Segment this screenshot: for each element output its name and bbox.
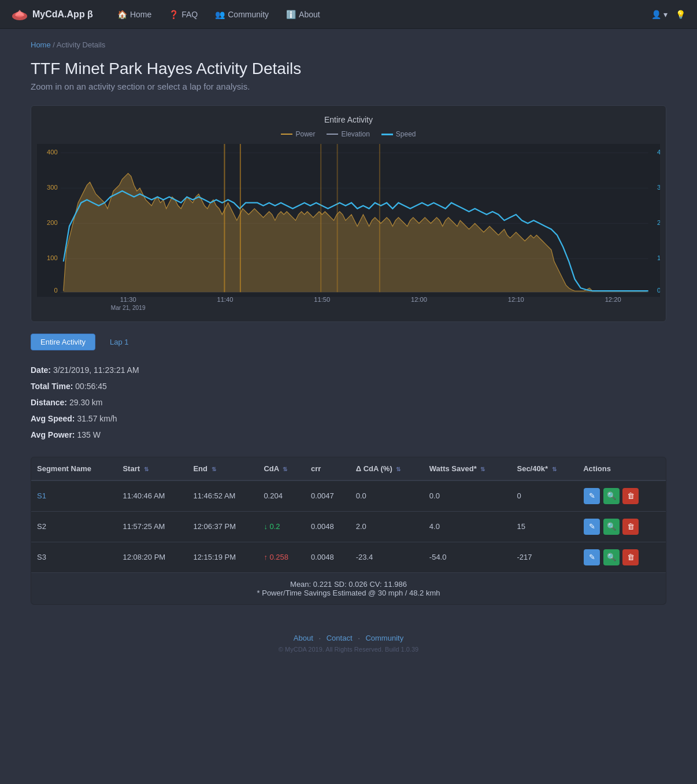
footer-community[interactable]: Community <box>365 634 403 642</box>
edit-button[interactable]: ✎ <box>584 519 600 535</box>
edit-button[interactable]: ✎ <box>584 488 600 504</box>
col-crr: crr <box>305 457 350 480</box>
cell-watts-saved: -54.0 <box>424 542 511 572</box>
tabs-row: Entire Activity Lap 1 <box>31 334 666 350</box>
col-end[interactable]: End ⇅ <box>187 457 258 480</box>
analyze-button[interactable]: 🔍 <box>603 488 620 504</box>
end-sort-icon: ⇅ <box>212 466 216 472</box>
svg-text:200: 200 <box>47 219 58 226</box>
table-footer-mean: Mean: 0.221 SD: 0.026 CV: 11.986 <box>37 580 660 589</box>
cell-actions: ✎ 🔍 🗑 <box>577 480 666 512</box>
svg-text:11:40: 11:40 <box>217 296 233 303</box>
svg-text:300: 300 <box>47 184 58 191</box>
stat-total-time: Total Time: 00:56:45 <box>31 378 666 394</box>
footer-copyright: © MyCDA 2019. All Rights Reserved. Build… <box>42 646 655 653</box>
col-delta-cda[interactable]: Δ CdA (%) ⇅ <box>350 457 424 480</box>
svg-text:400: 400 <box>47 149 58 156</box>
stats-section: Date: 3/21/2019, 11:23:21 AM Total Time:… <box>31 362 666 443</box>
cell-sec40k: -217 <box>511 542 577 572</box>
chart-legend: Power Elevation Speed <box>37 130 660 138</box>
community-icon: 👥 <box>215 10 225 19</box>
page-title: TTF Minet Park Hayes Activity Details <box>31 60 666 78</box>
watts-sort-icon: ⇅ <box>480 466 485 472</box>
chart-svg-area[interactable]: 400 300 200 100 0 40 30 20 10 0 <box>37 144 660 315</box>
page-footer: About · Contact · Community © MyCDA 2019… <box>31 622 666 664</box>
footer-links: About · Contact · Community <box>42 634 655 642</box>
svg-rect-30 <box>337 144 338 292</box>
user-icon[interactable]: 👤 ▾ <box>651 10 668 19</box>
table-footer-note: * Power/Time Savings Estimated @ 30 mph … <box>37 589 660 597</box>
col-sec40k[interactable]: Sec/40k* ⇅ <box>511 457 577 480</box>
tab-entire-activity[interactable]: Entire Activity <box>31 334 95 350</box>
navbar: MyCdA.App β 🏠 Home ❓ FAQ 👥 Community ℹ️ … <box>0 0 697 29</box>
cell-cda: ↑ 0.258 <box>258 542 305 572</box>
tab-lap1[interactable]: Lap 1 <box>100 334 139 350</box>
cell-name[interactable]: S1 <box>31 480 117 512</box>
nav-about[interactable]: ℹ️ About <box>279 6 327 23</box>
table-row: S2 11:57:25 AM 12:06:37 PM ↓ 0.2 0.0048 … <box>31 511 666 542</box>
cell-sec40k: 0 <box>511 480 577 512</box>
col-watts-saved[interactable]: Watts Saved* ⇅ <box>424 457 511 480</box>
svg-text:11:30: 11:30 <box>120 296 136 303</box>
nav-home[interactable]: 🏠 Home <box>110 6 158 23</box>
cell-crr: 0.0048 <box>305 511 350 542</box>
svg-text:20: 20 <box>657 219 660 226</box>
svg-rect-31 <box>379 144 380 292</box>
delete-button[interactable]: 🗑 <box>622 488 639 504</box>
breadcrumb-home[interactable]: Home <box>31 40 51 49</box>
segment-name-cell: S3 <box>37 553 46 561</box>
lightbulb-icon[interactable]: 💡 <box>676 10 685 19</box>
svg-rect-27 <box>224 144 225 292</box>
svg-text:100: 100 <box>47 254 58 261</box>
col-start[interactable]: Start ⇅ <box>117 457 187 480</box>
svg-text:12:00: 12:00 <box>411 296 427 303</box>
segment-name-cell: S2 <box>37 522 46 531</box>
speed-legend-label: Speed <box>396 130 416 138</box>
brand-label: MyCdA.App β <box>32 9 93 20</box>
nav-faq[interactable]: ❓ FAQ <box>162 6 205 23</box>
footer-contact[interactable]: Contact <box>327 634 353 642</box>
cell-watts-saved: 0.0 <box>424 480 511 512</box>
nav-community[interactable]: 👥 Community <box>208 6 276 23</box>
analyze-button[interactable]: 🔍 <box>603 519 620 535</box>
chart-svg: 400 300 200 100 0 40 30 20 10 0 <box>37 144 660 315</box>
delete-button[interactable]: 🗑 <box>622 549 639 565</box>
segment-link[interactable]: S1 <box>37 491 46 500</box>
page-subtitle: Zoom in on an activity section or select… <box>31 82 666 91</box>
nav-links: 🏠 Home ❓ FAQ 👥 Community ℹ️ About <box>110 6 651 23</box>
stat-avg-speed: Avg Speed: 31.57 km/h <box>31 411 666 427</box>
col-segment-name: Segment Name <box>31 457 117 480</box>
edit-button[interactable]: ✎ <box>584 549 600 565</box>
stat-date: Date: 3/21/2019, 11:23:21 AM <box>31 362 666 378</box>
power-legend-label: Power <box>295 130 315 138</box>
cell-crr: 0.0047 <box>305 480 350 512</box>
cell-watts-saved: 4.0 <box>424 511 511 542</box>
delta-sort-icon: ⇅ <box>396 466 401 472</box>
brand-logo <box>12 9 28 20</box>
table-footer-row: Mean: 0.221 SD: 0.026 CV: 11.986 * Power… <box>31 572 666 604</box>
brand[interactable]: MyCdA.App β <box>12 9 93 20</box>
analyze-button[interactable]: 🔍 <box>603 549 620 565</box>
cell-start: 11:40:46 AM <box>117 480 187 512</box>
cda-sort-icon: ⇅ <box>283 466 287 472</box>
svg-text:40: 40 <box>657 149 660 156</box>
svg-rect-29 <box>320 144 321 292</box>
nav-right: 👤 ▾ 💡 <box>651 10 685 19</box>
start-sort-icon: ⇅ <box>144 466 149 472</box>
cell-delta-cda: 2.0 <box>350 511 424 542</box>
delete-button[interactable]: 🗑 <box>622 519 639 535</box>
legend-speed: Speed <box>381 130 416 138</box>
svg-text:12:20: 12:20 <box>605 296 621 303</box>
cell-name: S3 <box>31 542 117 572</box>
stat-avg-power: Avg Power: 135 W <box>31 427 666 443</box>
stat-distance: Distance: 29.30 km <box>31 394 666 411</box>
cell-delta-cda: -23.4 <box>350 542 424 572</box>
footer-about[interactable]: About <box>294 634 313 642</box>
legend-elevation: Elevation <box>327 130 369 138</box>
power-legend-line <box>281 134 292 135</box>
svg-text:30: 30 <box>657 184 660 191</box>
table-header-row: Segment Name Start ⇅ End ⇅ CdA ⇅ crr <box>31 457 666 480</box>
chart-title: Entire Activity <box>37 115 660 124</box>
cell-start: 11:57:25 AM <box>117 511 187 542</box>
col-cda[interactable]: CdA ⇅ <box>258 457 305 480</box>
